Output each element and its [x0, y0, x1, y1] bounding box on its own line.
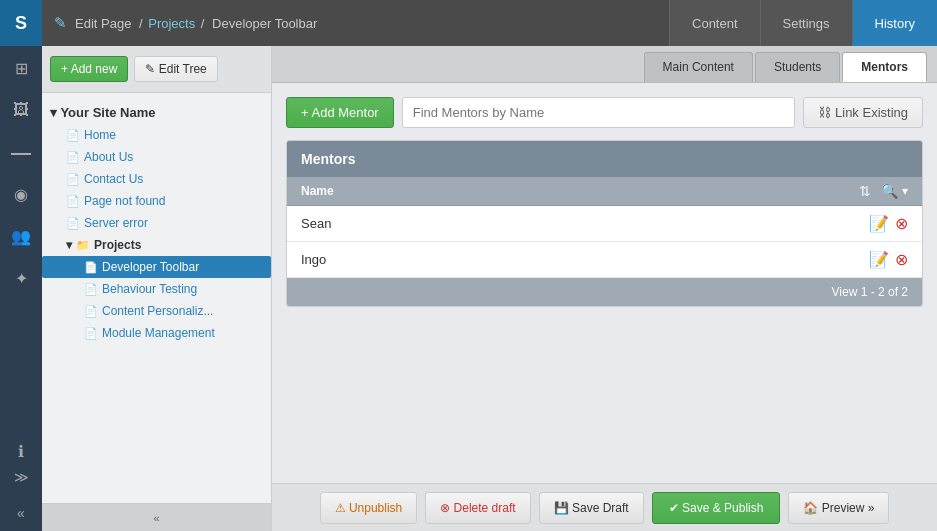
page-icon: 📄 — [84, 261, 98, 274]
tree-root[interactable]: ▾ Your Site Name — [42, 101, 271, 124]
tab-settings[interactable]: Settings — [760, 0, 852, 46]
expand-icon[interactable]: ≫ — [0, 459, 42, 495]
add-new-button[interactable]: + Add new — [50, 56, 128, 82]
folder-icon: 📁 — [76, 239, 90, 252]
filter-icon[interactable]: 🔍 — [881, 183, 898, 199]
page-icon: 📄 — [84, 305, 98, 318]
breadcrumb-projects[interactable]: Projects — [148, 16, 195, 31]
edit-row-button[interactable]: 📝 — [869, 214, 889, 233]
sidebar-item-label: Contact Us — [84, 172, 143, 186]
nav-users-icon[interactable]: 👥 — [0, 216, 42, 256]
add-mentor-button[interactable]: + Add Mentor — [286, 97, 394, 128]
breadcrumb: ✎ Edit Page / Projects / Developer Toolb… — [42, 14, 319, 32]
mentors-toolbar: + Add Mentor ⛓ Link Existing — [286, 97, 923, 128]
page-icon: 📄 — [66, 151, 80, 164]
tab-students[interactable]: Students — [755, 52, 840, 82]
sidebar-item-projects[interactable]: ▾ 📁 Projects — [42, 234, 271, 256]
icon-bar-bottom: ≫ « — [0, 459, 42, 531]
col-header-actions: ⇅ 🔍 ▾ — [859, 183, 908, 199]
page-icon: 📄 — [66, 195, 80, 208]
save-publish-button[interactable]: ✔ Save & Publish — [652, 492, 781, 524]
page-icon: 📄 — [84, 327, 98, 340]
sidebar-item-label: Module Management — [102, 326, 215, 340]
unpublish-button[interactable]: ⚠ Unpublish — [320, 492, 418, 524]
mentors-table-title: Mentors — [287, 141, 922, 177]
sidebar-item-home[interactable]: 📄 Home — [42, 124, 271, 146]
sidebar-item-label: Developer Toolbar — [102, 260, 199, 274]
logo[interactable]: S — [0, 0, 42, 46]
tab-history[interactable]: History — [852, 0, 937, 46]
sidebar-item-developer-toolbar[interactable]: 📄 Developer Toolbar — [42, 256, 271, 278]
sidebar-collapse-button[interactable]: « — [42, 503, 271, 531]
breadcrumb-current: Developer Toolbar — [212, 16, 317, 31]
page-icon: 📄 — [66, 129, 80, 142]
nav-puzzle-icon[interactable]: ✦ — [0, 258, 42, 298]
bottom-toolbar: ⚠ Unpublish ⊗ Delete draft 💾 Save Draft … — [272, 483, 937, 531]
sidebar-item-label: Content Personaliz... — [102, 304, 213, 318]
tab-mentors[interactable]: Mentors — [842, 52, 927, 82]
nav-grid-icon[interactable]: ⊞ — [0, 48, 42, 88]
top-tabs: Content Settings History — [669, 0, 937, 46]
sidebar-item-about-us[interactable]: 📄 About Us — [42, 146, 271, 168]
row-actions: 📝 ⊗ — [869, 214, 908, 233]
edit-page-label: Edit Page — [75, 16, 131, 31]
mentors-col-header: Name ⇅ 🔍 ▾ — [287, 177, 922, 206]
sidebar-item-server-error[interactable]: 📄 Server error — [42, 212, 271, 234]
triangle-icon: ▾ — [66, 238, 72, 252]
collapse-icon: « — [153, 512, 159, 524]
sidebar-item-label: Behaviour Testing — [102, 282, 197, 296]
sidebar-item-contact-us[interactable]: 📄 Contact Us — [42, 168, 271, 190]
sidebar-item-module-management[interactable]: 📄 Module Management — [42, 322, 271, 344]
sidebar-item-behaviour-testing[interactable]: 📄 Behaviour Testing — [42, 278, 271, 300]
sidebar-item-label: Page not found — [84, 194, 165, 208]
content-tabs: Main Content Students Mentors — [272, 46, 937, 83]
link-existing-button[interactable]: ⛓ Link Existing — [803, 97, 923, 128]
edit-tree-button[interactable]: ✎ Edit Tree — [134, 56, 217, 82]
preview-button[interactable]: 🏠 Preview » — [788, 492, 889, 524]
row-actions: 📝 ⊗ — [869, 250, 908, 269]
breadcrumb-sep1: / — [135, 16, 146, 31]
sidebar-item-label: Projects — [94, 238, 141, 252]
mentors-table: Mentors Name ⇅ 🔍 ▾ Sean 📝 ⊗ — [286, 140, 923, 307]
page-icon: 📄 — [84, 283, 98, 296]
sidebar: + Add new ✎ Edit Tree ▾ Your Site Name 📄… — [42, 46, 272, 531]
top-bar: ✎ Edit Page / Projects / Developer Toolb… — [42, 0, 937, 46]
col-header-name: Name — [301, 184, 859, 198]
delete-row-button[interactable]: ⊗ — [895, 214, 908, 233]
mentor-search-input[interactable] — [402, 97, 796, 128]
delete-draft-button[interactable]: ⊗ Delete draft — [425, 492, 530, 524]
sidebar-item-label: Server error — [84, 216, 148, 230]
sidebar-tree: ▾ Your Site Name 📄 Home 📄 About Us 📄 Con… — [42, 93, 271, 503]
nav-image-icon[interactable]: 🖼 — [0, 90, 42, 130]
collapse-sidebar-icon[interactable]: « — [0, 495, 42, 531]
sidebar-item-page-not-found[interactable]: 📄 Page not found — [42, 190, 271, 212]
breadcrumb-sep2: / — [197, 16, 208, 31]
tab-content[interactable]: Content — [669, 0, 760, 46]
sidebar-item-label: About Us — [84, 150, 133, 164]
table-row: Sean 📝 ⊗ — [287, 206, 922, 242]
sidebar-toolbar: + Add new ✎ Edit Tree — [42, 46, 271, 93]
mentor-name: Ingo — [301, 252, 869, 267]
sort-icon[interactable]: ⇅ — [859, 183, 871, 199]
edit-row-button[interactable]: 📝 — [869, 250, 889, 269]
nav-circle-icon[interactable]: ◉ — [0, 174, 42, 214]
content-area: Main Content Students Mentors + Add Ment… — [272, 46, 937, 531]
mentors-table-footer: View 1 - 2 of 2 — [287, 278, 922, 306]
mentor-name: Sean — [301, 216, 869, 231]
page-icon: 📄 — [66, 217, 80, 230]
edit-page-icon: ✎ — [54, 14, 67, 32]
chevron-down-icon[interactable]: ▾ — [902, 184, 908, 198]
delete-row-button[interactable]: ⊗ — [895, 250, 908, 269]
icon-bar: S ⊞ 🖼 — ◉ 👥 ✦ ℹ ≫ « — [0, 0, 42, 531]
page-icon: 📄 — [66, 173, 80, 186]
table-row: Ingo 📝 ⊗ — [287, 242, 922, 278]
save-draft-button[interactable]: 💾 Save Draft — [539, 492, 644, 524]
tab-main-content[interactable]: Main Content — [644, 52, 753, 82]
sidebar-item-content-personalization[interactable]: 📄 Content Personaliz... — [42, 300, 271, 322]
content-main: + Add Mentor ⛓ Link Existing Mentors Nam… — [272, 83, 937, 483]
nav-dash-icon[interactable]: — — [0, 132, 42, 172]
main-layout: + Add new ✎ Edit Tree ▾ Your Site Name 📄… — [42, 46, 937, 531]
sidebar-item-label: Home — [84, 128, 116, 142]
